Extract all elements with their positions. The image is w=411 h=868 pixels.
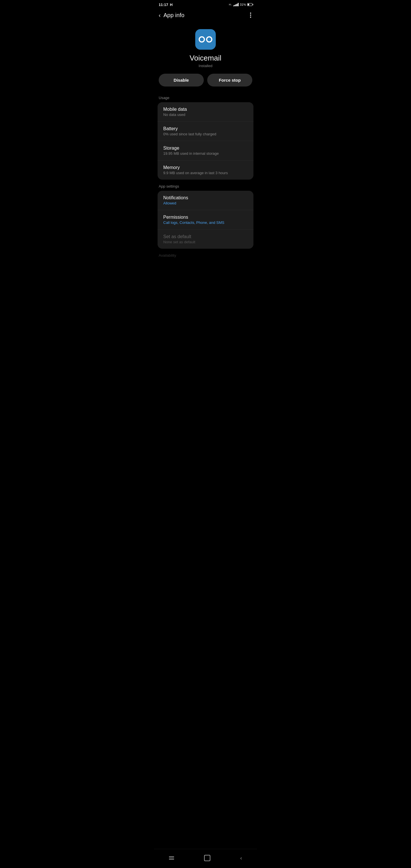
back-arrow-icon: ‹ bbox=[159, 12, 161, 19]
notifications-item[interactable]: Notifications Allowed bbox=[158, 191, 253, 210]
battery-icon bbox=[247, 3, 252, 6]
dot-2 bbox=[250, 14, 251, 16]
memory-title: Memory bbox=[163, 165, 248, 170]
mobile-data-subtitle: No data used bbox=[163, 113, 248, 117]
set-as-default-title: Set as default bbox=[163, 234, 248, 239]
vm-circle-right bbox=[206, 36, 212, 42]
app-info-center: Voicemail Installed bbox=[154, 22, 257, 74]
mobile-data-title: Mobile data bbox=[163, 107, 248, 112]
app-settings-card: Notifications Allowed Permissions Call l… bbox=[158, 191, 253, 249]
signal-bars bbox=[233, 3, 239, 6]
storage-title: Storage bbox=[163, 146, 248, 151]
notifications-title: Notifications bbox=[163, 195, 248, 200]
battery-percent: 31% bbox=[240, 3, 246, 6]
app-status: Installed bbox=[199, 64, 212, 68]
set-as-default-subtitle: None set as default bbox=[163, 240, 248, 244]
back-button[interactable]: ‹ App info bbox=[159, 12, 184, 19]
signal-bar-2 bbox=[234, 5, 235, 6]
h-indicator: H↓ bbox=[229, 3, 232, 6]
mobile-data-item[interactable]: Mobile data No data used bbox=[158, 102, 253, 122]
dot-1 bbox=[250, 12, 251, 14]
usage-section-label: Usage bbox=[154, 93, 257, 102]
permissions-subtitle: Call logs, Contacts, Phone, and SMS bbox=[163, 220, 248, 225]
notifications-subtitle: Allowed bbox=[163, 201, 248, 205]
memory-subtitle: 9.9 MB used on average in last 3 hours bbox=[163, 171, 248, 175]
storage-subtitle: 19.95 MB used in internal storage bbox=[163, 151, 248, 156]
signal-bar-1 bbox=[233, 5, 234, 6]
vm-circle-left bbox=[199, 36, 205, 42]
status-bar-right: H↓ 31% bbox=[229, 3, 252, 6]
storage-item[interactable]: Storage 19.95 MB used in internal storag… bbox=[158, 141, 253, 160]
more-options-button[interactable] bbox=[249, 11, 252, 19]
battery-title: Battery bbox=[163, 126, 248, 131]
header: ‹ App info bbox=[154, 8, 257, 22]
dot-3 bbox=[250, 17, 251, 18]
app-name: Voicemail bbox=[190, 54, 221, 63]
permissions-item[interactable]: Permissions Call logs, Contacts, Phone, … bbox=[158, 210, 253, 229]
voicemail-icon-symbol bbox=[199, 36, 212, 42]
status-time: 11:17 bbox=[159, 3, 168, 7]
signal-bar-3 bbox=[235, 4, 236, 6]
memory-item[interactable]: Memory 9.9 MB used on average in last 3 … bbox=[158, 160, 253, 180]
force-stop-button[interactable]: Force stop bbox=[207, 74, 252, 87]
status-bar: 11:17 H H↓ 31% bbox=[154, 0, 257, 8]
partially-visible-section: Availability bbox=[154, 251, 257, 262]
set-as-default-item[interactable]: Set as default None set as default bbox=[158, 229, 253, 249]
usage-card: Mobile data No data used Battery 0% used… bbox=[158, 102, 253, 180]
disable-button[interactable]: Disable bbox=[159, 74, 204, 87]
action-buttons: Disable Force stop bbox=[154, 74, 257, 93]
battery-fill bbox=[248, 4, 249, 5]
battery-subtitle: 0% used since last fully charged bbox=[163, 132, 248, 136]
app-settings-section-label: App settings bbox=[154, 182, 257, 191]
app-icon bbox=[195, 29, 216, 50]
page-title: App info bbox=[163, 12, 184, 19]
signal-bar-4 bbox=[236, 4, 238, 6]
network-type: H bbox=[170, 3, 172, 7]
signal-bar-5 bbox=[238, 3, 239, 6]
availability-label: Availability bbox=[154, 251, 257, 260]
battery-item[interactable]: Battery 0% used since last fully charged bbox=[158, 122, 253, 141]
permissions-title: Permissions bbox=[163, 215, 248, 220]
status-bar-left: 11:17 H bbox=[159, 3, 173, 7]
